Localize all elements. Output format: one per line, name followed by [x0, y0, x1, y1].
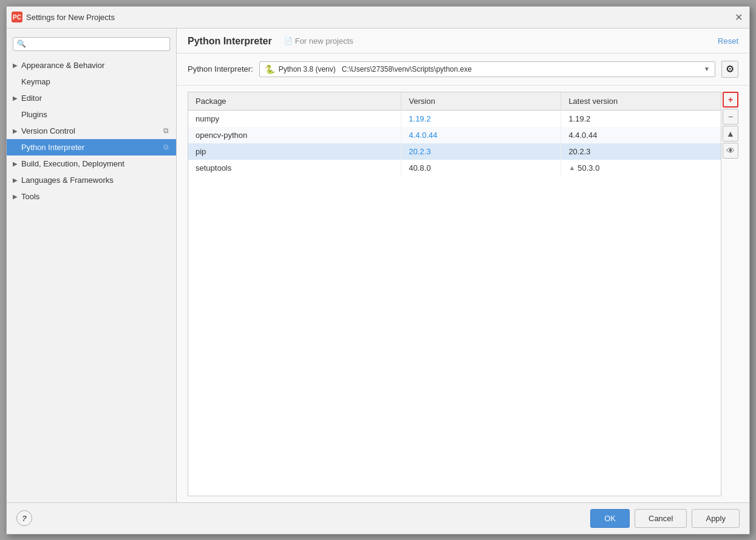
window-title: Settings for New Projects: [26, 13, 115, 22]
col-package: Package: [188, 92, 401, 111]
dropdown-arrow-icon: ▼: [704, 66, 710, 72]
sidebar-item-label: Build, Execution, Deployment: [21, 159, 124, 168]
content-header: Python Interpreter 📄 For new projects Re…: [177, 29, 749, 53]
package-version: 20.2.3: [401, 143, 561, 160]
package-version: 4.4.0.44: [401, 127, 561, 143]
sidebar: 🔍 ▶ Appearance & Behavior ▶ Keymap ▶ Edi…: [7, 29, 177, 502]
reset-button[interactable]: Reset: [718, 36, 738, 46]
breadcrumb: 📄 For new projects: [284, 36, 353, 46]
sidebar-item-label: Languages & Frameworks: [21, 176, 114, 185]
sidebar-item-languages[interactable]: ▶ Languages & Frameworks: [7, 172, 176, 188]
apply-button[interactable]: Apply: [692, 509, 740, 528]
python-icon: 🐍: [265, 64, 275, 74]
breadcrumb-icon: 📄: [284, 37, 293, 45]
interpreter-row: Python Interpreter: 🐍 Python 3.8 (venv) …: [177, 53, 749, 86]
interpreter-settings-button[interactable]: ⚙: [721, 61, 738, 78]
sidebar-item-plugins[interactable]: ▶ Plugins: [7, 106, 176, 123]
table-actions: + − ▲ 👁: [723, 92, 738, 496]
table-area: Package Version Latest version numpy 1.1…: [177, 86, 749, 502]
gear-icon: ⚙: [726, 63, 734, 75]
interpreter-value: Python 3.8 (venv) C:\Users\27358\venv\Sc…: [279, 65, 700, 73]
package-version: 1.19.2: [401, 110, 561, 127]
packages-table-container: Package Version Latest version numpy 1.1…: [188, 92, 721, 496]
settings-dialog: PC Settings for New Projects ✕ 🔍 ▶ Appea…: [6, 6, 750, 535]
show-early-releases-button[interactable]: 👁: [723, 143, 738, 159]
remove-package-button[interactable]: −: [723, 109, 738, 125]
sidebar-item-label: Tools: [21, 192, 39, 201]
breadcrumb-label: For new projects: [295, 36, 353, 46]
arrow-icon: ▶: [13, 160, 18, 167]
app-icon: PC: [12, 12, 22, 22]
search-icon: 🔍: [17, 39, 26, 48]
latest-version: 50.3.0: [577, 163, 599, 173]
arrow-icon: ▶: [13, 177, 18, 183]
table-row[interactable]: numpy 1.19.2 1.19.2: [188, 110, 721, 127]
sidebar-item-keymap[interactable]: ▶ Keymap: [7, 73, 176, 90]
table-row[interactable]: setuptools 40.8.0 ▲ 50.3.0: [188, 160, 721, 176]
search-box[interactable]: 🔍: [13, 37, 170, 51]
arrow-icon: ▶: [13, 193, 18, 200]
package-latest: 4.4.0.44: [561, 127, 721, 143]
upgrade-package-button[interactable]: ▲: [723, 126, 738, 142]
package-name: pip: [188, 143, 401, 160]
interpreter-label: Python Interpreter:: [188, 64, 253, 73]
copy-icon-active: ⧉: [163, 143, 169, 151]
sidebar-item-build-execution[interactable]: ▶ Build, Execution, Deployment: [7, 156, 176, 172]
col-latest: Latest version: [561, 92, 721, 111]
title-bar: PC Settings for New Projects ✕: [7, 7, 749, 29]
sidebar-item-tools[interactable]: ▶ Tools: [7, 188, 176, 205]
interpreter-select[interactable]: 🐍 Python 3.8 (venv) C:\Users\27358\venv\…: [259, 61, 715, 77]
table-row[interactable]: opencv-python 4.4.0.44 4.4.0.44: [188, 127, 721, 143]
title-bar-left: PC Settings for New Projects: [12, 12, 115, 22]
add-package-button[interactable]: +: [723, 92, 738, 108]
sidebar-item-label: Python Interpreter: [21, 143, 84, 152]
packages-table: Package Version Latest version numpy 1.1…: [188, 92, 721, 176]
arrow-icon: ▶: [13, 128, 18, 134]
help-button[interactable]: ?: [16, 510, 32, 526]
sidebar-item-version-control[interactable]: ▶ Version Control ⧉: [7, 123, 176, 139]
close-button[interactable]: ✕: [732, 11, 744, 23]
interpreter-path: C:\Users\27358\venv\Scripts\python.exe: [342, 65, 472, 73]
copy-icon: ⧉: [163, 126, 169, 135]
search-input[interactable]: [29, 39, 166, 49]
package-version: 40.8.0: [401, 160, 561, 176]
footer-buttons: OK Cancel Apply: [590, 509, 740, 528]
cancel-button[interactable]: Cancel: [635, 509, 687, 528]
package-latest: 1.19.2: [561, 110, 721, 127]
sidebar-item-label: Appearance & Behavior: [21, 61, 104, 70]
footer: ? OK Cancel Apply: [7, 502, 749, 534]
sidebar-item-label: Version Control: [21, 126, 75, 135]
table-header-row: Package Version Latest version: [188, 92, 721, 111]
dialog-body: 🔍 ▶ Appearance & Behavior ▶ Keymap ▶ Edi…: [7, 29, 749, 502]
package-name: setuptools: [188, 160, 401, 176]
ok-button[interactable]: OK: [590, 509, 630, 528]
sidebar-item-label: Keymap: [21, 77, 50, 86]
upgrade-indicator: ▲ 50.3.0: [568, 163, 713, 173]
sidebar-item-editor[interactable]: ▶ Editor: [7, 90, 176, 106]
main-content: Python Interpreter 📄 For new projects Re…: [177, 29, 749, 502]
interpreter-version: Python 3.8 (venv): [279, 65, 336, 73]
upgrade-arrow-icon: ▲: [568, 164, 575, 171]
sidebar-item-label: Plugins: [21, 110, 47, 119]
page-title: Python Interpreter: [188, 36, 272, 47]
package-latest: 20.2.3: [561, 143, 721, 160]
sidebar-item-appearance[interactable]: ▶ Appearance & Behavior: [7, 57, 176, 73]
sidebar-item-label: Editor: [21, 94, 42, 103]
package-latest: ▲ 50.3.0: [561, 160, 721, 176]
sidebar-item-python-interpreter[interactable]: ▶ Python Interpreter ⧉: [7, 139, 176, 156]
col-version: Version: [401, 92, 561, 111]
package-name: opencv-python: [188, 127, 401, 143]
table-row[interactable]: pip 20.2.3 20.2.3: [188, 143, 721, 160]
package-name: numpy: [188, 110, 401, 127]
arrow-icon: ▶: [13, 95, 18, 101]
arrow-icon: ▶: [13, 62, 18, 69]
